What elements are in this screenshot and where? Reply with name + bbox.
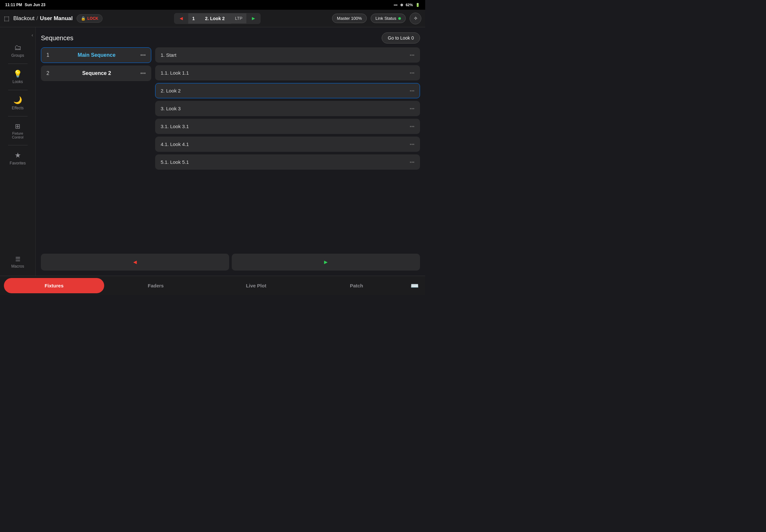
transport-next-icon: ► <box>323 259 329 266</box>
app-title-group: Blackout / User Manual <box>13 15 73 22</box>
look-item-5-1[interactable]: 5.1. Look 5.1 ••• <box>155 154 420 170</box>
look-item-1-1[interactable]: 1.1. Look 1.1 ••• <box>155 65 420 80</box>
effects-icon: 🌙 <box>13 96 22 104</box>
top-bar: ⬚ Blackout / User Manual 🔒 LOCK ◄ 1 2. L… <box>0 10 425 27</box>
groups-icon: 🗂 <box>14 43 21 52</box>
look-item-3[interactable]: 3. Look 3 ••• <box>155 101 420 116</box>
look-item-4-1[interactable]: 4.1. Look 4.1 ••• <box>155 137 420 152</box>
tab-fixtures[interactable]: Fixtures <box>4 278 104 293</box>
sidebar-divider-3 <box>8 116 28 116</box>
sequence-1-more-icon[interactable]: ••• <box>140 52 146 58</box>
cue-number: 1 <box>188 13 199 24</box>
look-2-more-icon[interactable]: ••• <box>410 88 415 93</box>
sequences-title: Sequences <box>41 34 73 42</box>
tab-fixtures-label: Fixtures <box>44 283 63 288</box>
transport-prev-icon: ◄ <box>132 259 138 266</box>
sidebar-collapse-button[interactable]: ‹ <box>29 31 36 39</box>
sequences-header: Sequences Go to Look 0 <box>41 32 420 43</box>
look-2-name: 2. Look 2 <box>161 88 410 93</box>
compass-icon: ✧ <box>414 15 418 21</box>
main-layout: ‹ 🗂 Groups 💡 Looks 🌙 Effects ⊞ FixtureCo… <box>0 27 425 276</box>
cue-name: 2. Look 2 <box>199 13 231 24</box>
tab-patch[interactable]: Patch <box>306 276 407 295</box>
look-start-name: 1. Start <box>161 52 410 58</box>
sequence-2-number: 2 <box>46 70 53 76</box>
lock-icon: 🔒 <box>81 16 86 21</box>
title-separator: / <box>36 15 38 22</box>
app-title: Blackout <box>13 15 34 22</box>
sidebar-item-macros-label: Macros <box>11 264 24 269</box>
wifi-icon: ▪▪▪ <box>394 3 398 7</box>
keyboard-toggle-button[interactable]: ⌨️ <box>407 282 423 290</box>
sequences-list: 1 Main Sequence ••• 2 Sequence 2 ••• <box>41 47 151 250</box>
sidebar-item-favorites-label: Favorites <box>10 161 26 165</box>
transport-prev-button[interactable]: ◄ <box>41 254 229 271</box>
sidebar-item-fixture-control[interactable]: ⊞ FixtureControl <box>3 119 32 142</box>
prev-cue-button[interactable]: ◄ <box>174 13 188 24</box>
fixture-control-icon: ⊞ <box>15 122 20 130</box>
sidebar-bottom: ☰ Macros <box>3 252 32 272</box>
next-cue-button[interactable]: ► <box>246 13 261 24</box>
sidebar-item-groups-label: Groups <box>11 53 24 58</box>
look-4-1-more-icon[interactable]: ••• <box>410 142 415 147</box>
sequence-item-2[interactable]: 2 Sequence 2 ••• <box>41 66 151 81</box>
sidebar: ‹ 🗂 Groups 💡 Looks 🌙 Effects ⊞ FixtureCo… <box>0 27 36 276</box>
look-3-more-icon[interactable]: ••• <box>410 106 415 111</box>
sidebar-item-favorites[interactable]: ★ Favorites <box>3 148 32 169</box>
look-3-1-more-icon[interactable]: ••• <box>410 124 415 129</box>
compass-button[interactable]: ✧ <box>410 13 421 24</box>
look-start-more-icon[interactable]: ••• <box>410 53 415 58</box>
time-display: 11:11 PM <box>5 3 22 7</box>
signal-icon: ⊕ <box>400 3 403 7</box>
transport-bar: ◄ ► <box>41 254 420 271</box>
look-item-start[interactable]: 1. Start ••• <box>155 47 420 63</box>
look-3-name: 3. Look 3 <box>161 106 410 111</box>
tab-live-plot[interactable]: Live Plot <box>206 276 306 295</box>
sequence-2-more-icon[interactable]: ••• <box>140 70 146 76</box>
look-3-1-name: 3.1. Look 3.1 <box>161 124 410 129</box>
looks-icon: 💡 <box>13 70 22 78</box>
lock-button[interactable]: 🔒 LOCK <box>77 14 103 23</box>
tab-bar: Fixtures Faders Live Plot Patch ⌨️ <box>0 276 425 295</box>
battery-display: 62% <box>406 3 413 7</box>
lock-label: LOCK <box>87 16 98 21</box>
look-item-2[interactable]: 2. Look 2 ••• <box>155 83 420 98</box>
sidebar-item-groups[interactable]: 🗂 Groups <box>3 40 32 61</box>
master-button[interactable]: Master 100% <box>332 14 367 23</box>
transport-next-button[interactable]: ► <box>232 254 420 271</box>
sidebar-item-macros[interactable]: ☰ Macros <box>3 252 32 272</box>
status-bar-left: 11:11 PM Sun Jun 23 <box>5 3 45 7</box>
go-to-look-button[interactable]: Go to Look 0 <box>382 32 420 43</box>
tab-patch-label: Patch <box>350 283 363 288</box>
sequence-1-number: 1 <box>46 52 53 58</box>
sidebar-divider-4 <box>8 145 28 145</box>
looks-list: 1. Start ••• 1.1. Look 1.1 ••• 2. Look 2… <box>155 47 420 250</box>
look-5-1-name: 5.1. Look 5.1 <box>161 159 410 165</box>
date-display: Sun Jun 23 <box>25 3 45 7</box>
sequence-2-name: Sequence 2 <box>57 70 136 76</box>
status-bar: 11:11 PM Sun Jun 23 ▪▪▪ ⊕ 62% 🔋 <box>0 0 425 10</box>
battery-icon: 🔋 <box>416 3 420 7</box>
link-status-button[interactable]: Link Status <box>371 14 406 23</box>
link-status-label: Link Status <box>375 16 396 21</box>
ltp-badge: LTP <box>231 13 246 23</box>
tab-live-plot-label: Live Plot <box>246 283 266 288</box>
tab-faders-label: Faders <box>148 283 164 288</box>
macros-icon: ☰ <box>15 256 20 263</box>
sidebar-item-effects[interactable]: 🌙 Effects <box>3 93 32 114</box>
look-5-1-more-icon[interactable]: ••• <box>410 160 415 165</box>
sidebar-item-effects-label: Effects <box>12 106 23 110</box>
sequences-content: 1 Main Sequence ••• 2 Sequence 2 ••• 1. … <box>41 47 420 250</box>
look-1-1-more-icon[interactable]: ••• <box>410 70 415 76</box>
sidebar-item-looks[interactable]: 💡 Looks <box>3 67 32 87</box>
look-item-3-1[interactable]: 3.1. Look 3.1 ••• <box>155 119 420 134</box>
look-1-1-name: 1.1. Look 1.1 <box>161 70 410 76</box>
keyboard-icon: ⌨️ <box>411 282 419 289</box>
project-name: User Manual <box>40 15 73 22</box>
status-bar-right: ▪▪▪ ⊕ 62% 🔋 <box>394 3 420 7</box>
sequence-item-1[interactable]: 1 Main Sequence ••• <box>41 47 151 63</box>
tab-faders[interactable]: Faders <box>105 276 206 295</box>
content-area: Sequences Go to Look 0 1 Main Sequence •… <box>36 27 425 276</box>
sequence-1-name: Main Sequence <box>57 52 136 58</box>
link-status-dot <box>398 17 401 20</box>
